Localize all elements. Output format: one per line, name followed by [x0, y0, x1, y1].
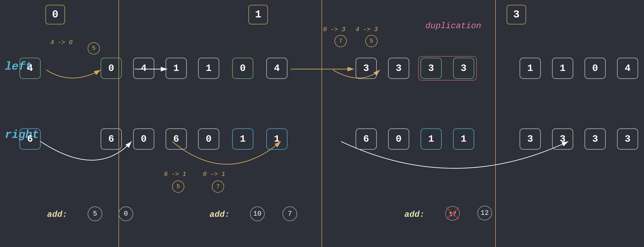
annotation-0to3: 0 -> 3: [323, 26, 346, 33]
add-circle-7: 7: [282, 206, 297, 221]
cell-right-s0-0: 6: [20, 128, 40, 150]
cell-left-s3-3: 4: [617, 58, 638, 79]
cell-left-s3-1: 1: [552, 58, 573, 79]
cell-right-s1-0: 6: [166, 128, 187, 150]
cell-left-s0-1: 0: [101, 58, 122, 79]
cell-right-s3-0: 3: [520, 128, 541, 150]
cell-left-s1-0: 1: [166, 58, 187, 79]
cell-left-s2-0: 3: [356, 58, 377, 79]
section-num-1: 1: [248, 5, 268, 24]
cell-right-s2-0: 6: [356, 128, 377, 150]
cell-left-s0-2: 4: [133, 58, 154, 79]
duplication-box: [418, 56, 477, 81]
add-circle-0: 0: [118, 206, 133, 221]
cell-right-s0-2: 0: [133, 128, 154, 150]
cell-right-s1-1: 0: [198, 128, 219, 150]
cell-left-s2-1: 3: [388, 58, 409, 79]
add-circle-10: 10: [250, 206, 265, 221]
cell-left-s1-3: 4: [266, 58, 288, 79]
add-label-0: add:: [47, 210, 68, 219]
cell-left-s1-2: 0: [232, 58, 253, 79]
section-num-0: 0: [46, 5, 65, 24]
cell-left-s3-0: 1: [520, 58, 541, 79]
cell-right-s3-2: 3: [584, 128, 606, 150]
add-label-2: add:: [404, 210, 424, 219]
cell-right-s1-2: 1: [232, 128, 253, 150]
cell-right-s1-3: 1: [266, 128, 288, 150]
duplication-label: duplication: [426, 21, 481, 31]
annotation-4to3: 4 -> 3: [356, 26, 378, 33]
cell-right-s0-1: 6: [101, 128, 122, 150]
cell-right-s3-3: 3: [617, 128, 638, 150]
vertical-line-1: [322, 0, 322, 247]
add-circle-17-container: 17: [445, 206, 460, 221]
cell-right-s3-1: 3: [552, 128, 573, 150]
add-label-1: add:: [210, 210, 230, 219]
badge-7-s2a: 7: [334, 35, 347, 47]
svg-text:17: 17: [449, 211, 456, 218]
vertical-line-0: [118, 0, 119, 247]
vertical-line-2: [495, 0, 496, 247]
add-circle-5: 5: [88, 206, 102, 221]
annotation-0to1: 0 -> 1: [203, 171, 225, 178]
badge-7-s1: 7: [212, 180, 224, 193]
annotation-4to0: 4 -> 0: [50, 39, 72, 46]
section-num-3: 3: [507, 5, 526, 24]
cell-left-s3-2: 0: [584, 58, 606, 79]
cell-right-s2-3: 1: [453, 128, 474, 150]
badge-5-s1: 5: [172, 180, 184, 193]
annotation-6to1: 6 -> 1: [164, 171, 186, 178]
add-circle-12: 12: [478, 206, 492, 220]
cell-right-s2-2: 1: [420, 128, 442, 150]
badge-5-s0: 5: [88, 42, 100, 55]
cell-right-s2-1: 0: [388, 128, 409, 150]
badge-5-s2: 5: [365, 35, 378, 47]
cell-left-s1-1: 1: [198, 58, 219, 79]
cell-left-s0-0: 4: [20, 58, 40, 79]
